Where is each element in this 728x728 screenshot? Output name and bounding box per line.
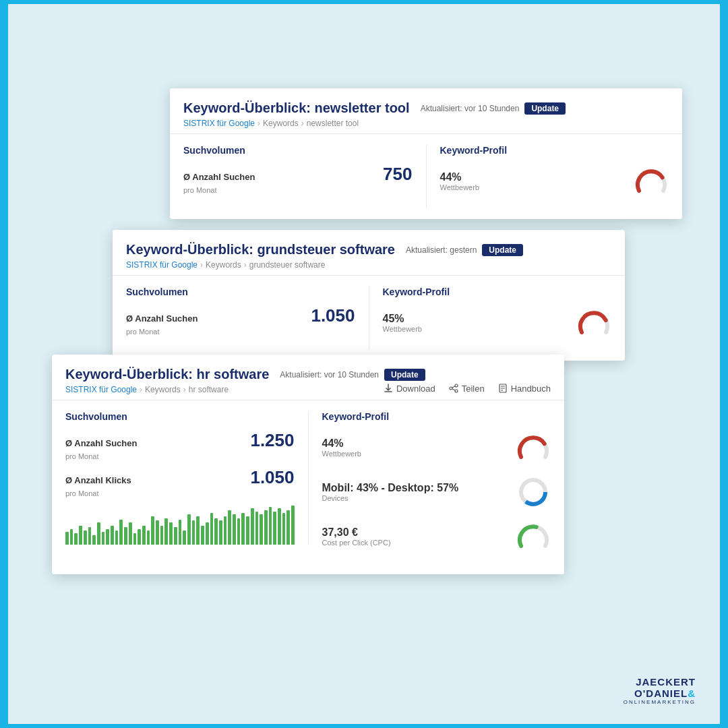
card-3-bc-2[interactable]: Keywords	[145, 385, 181, 394]
card-1-updated-text: Aktualisiert: vor 10 Stunden	[421, 104, 520, 113]
card-3-suchen-sub: pro Monat	[65, 452, 295, 460]
card-3-gauge-green	[516, 519, 551, 554]
card-1-breadcrumb: SISTRIX für Google › Keywords › newslett…	[183, 119, 669, 128]
card-2-bc-3: grundsteuer software	[249, 260, 326, 270]
bar-item	[286, 510, 290, 545]
bar-item	[111, 526, 114, 545]
card-1-title: Keyword-Überblick: newsletter tool	[183, 100, 410, 116]
card-2-wettbewerb-pct: 45%	[383, 313, 577, 325]
card-2-keyword-profil: Keyword-Profil 45% Wettbewerb	[369, 286, 612, 350]
download-button[interactable]: Download	[384, 384, 435, 394]
card-2-kp-title: Keyword-Profil	[383, 286, 612, 297]
card-3-breadcrumb: SISTRIX für Google › Keywords › hr softw…	[65, 385, 229, 394]
card-3-breadcrumb-row: SISTRIX für Google › Keywords › hr softw…	[65, 382, 551, 394]
bar-item	[210, 513, 214, 545]
card-3-header: Keyword-Überblick: hr software Aktualisi…	[52, 355, 564, 400]
card-2-body: Suchvolumen Ø Anzahl Suchen 1.050 pro Mo…	[113, 276, 625, 361]
card-3-anzahl-suchen-label: Ø Anzahl Suchen	[65, 438, 137, 448]
card-2-header: Keyword-Überblick: grundsteuer software …	[113, 230, 625, 276]
logo: JAECKERT O'DANIEL& ONLINEMARKETING	[624, 677, 696, 705]
card-1-update-button[interactable]: Update	[524, 102, 566, 115]
teilen-button[interactable]: Teilen	[449, 384, 485, 394]
teilen-label: Teilen	[462, 384, 485, 394]
card-3-devices-value: Mobil: 43% - Desktop: 57%	[322, 482, 516, 494]
card-1-anzahl-suchen-label: Ø Anzahl Suchen	[183, 172, 255, 182]
card-2-anzahl-suchen-value: 1.050	[311, 305, 355, 326]
bar-item	[74, 533, 78, 545]
bar-item	[183, 530, 186, 545]
card-3-anzahl-suchen-value: 1.250	[250, 430, 294, 451]
main-container: Keyword-Überblick: newsletter tool Aktua…	[4, 0, 724, 728]
card-3-suchvolumen-title: Suchvolumen	[65, 411, 295, 422]
card-hr-software: Keyword-Überblick: hr software Aktualisi…	[52, 355, 564, 574]
card-3-anzahl-klicks-value: 1.050	[250, 467, 294, 488]
bar-item	[70, 529, 73, 545]
card-1-suchvolumen: Suchvolumen Ø Anzahl Suchen 750 pro Mona…	[183, 145, 427, 208]
svg-point-2	[455, 390, 458, 392]
card-3-bc-1[interactable]: SISTRIX für Google	[65, 385, 137, 394]
card-3-cpc-value: 37,30 €	[322, 526, 516, 539]
card-newsletter-tool: Keyword-Überblick: newsletter tool Aktua…	[170, 88, 682, 219]
card-3-cpc-label: Cost per Click (CPC)	[322, 539, 516, 547]
bar-chart	[65, 504, 295, 545]
bar-item	[278, 508, 281, 545]
bar-item	[156, 520, 159, 545]
card-3-devices-row: Mobil: 43% - Desktop: 57% Devices	[322, 475, 551, 510]
card-1-bc-2[interactable]: Keywords	[263, 119, 299, 128]
svg-line-3	[452, 386, 455, 388]
card-3-toolbar: Download Teilen	[384, 384, 551, 394]
card-1-update-badge: Aktualisiert: vor 10 Stunden Update	[421, 102, 566, 115]
bar-item	[282, 513, 286, 545]
card-3-update-button[interactable]: Update	[384, 369, 425, 381]
card-2-update-button[interactable]: Update	[482, 244, 523, 256]
handbuch-button[interactable]: Handbuch	[498, 384, 551, 394]
card-1-bc-3: newsletter tool	[307, 119, 359, 128]
card-2-update-badge: Aktualisiert: gestern Update	[406, 244, 523, 256]
handbuch-icon	[498, 384, 508, 393]
bar-item	[142, 526, 146, 545]
bar-item	[92, 535, 96, 545]
card-3-devices-label: Devices	[322, 494, 516, 502]
card-3-klicks-sub: pro Monat	[65, 489, 295, 497]
bar-item	[119, 520, 123, 545]
card-2-anzahl-suchen-label: Ø Anzahl Suchen	[126, 313, 198, 324]
bar-item	[291, 506, 295, 545]
bar-item	[106, 529, 109, 545]
bar-item	[228, 510, 231, 545]
svg-line-4	[452, 389, 455, 390]
bar-item	[147, 530, 150, 545]
bar-item	[88, 527, 92, 545]
card-2-gauge-red	[576, 305, 611, 340]
card-2-bc-1[interactable]: SISTRIX für Google	[126, 260, 198, 270]
card-3-update-badge: Aktualisiert: vor 10 Stunden Update	[280, 369, 425, 381]
card-3-wettbewerb-label: Wettbewerb	[322, 450, 516, 458]
bar-item	[102, 532, 105, 545]
download-icon	[384, 384, 393, 393]
card-1-wettbewerb-label: Wettbewerb	[440, 183, 634, 191]
card-grundsteuer: Keyword-Überblick: grundsteuer software …	[113, 230, 625, 361]
bar-item	[138, 529, 141, 545]
card-1-bc-1[interactable]: SISTRIX für Google	[183, 119, 255, 128]
bar-item	[164, 518, 168, 545]
card-1-anzahl-suchen-value: 750	[383, 164, 412, 185]
bar-item	[273, 512, 276, 545]
svg-point-0	[455, 384, 458, 387]
bar-item	[192, 520, 195, 545]
card-1-header: Keyword-Überblick: newsletter tool Aktua…	[170, 88, 682, 134]
card-3-updated-text: Aktualisiert: vor 10 Stunden	[280, 370, 379, 380]
bar-item	[169, 522, 173, 545]
card-3-body: Suchvolumen Ø Anzahl Suchen 1.250 pro Mo…	[52, 400, 564, 574]
card-2-suchvolumen: Suchvolumen Ø Anzahl Suchen 1.050 pro Mo…	[126, 286, 369, 350]
bar-item	[251, 508, 254, 545]
card-2-bc-2[interactable]: Keywords	[206, 260, 241, 270]
bar-item	[264, 510, 268, 545]
card-1-pro-monat: pro Monat	[183, 186, 413, 194]
bar-item	[196, 516, 200, 545]
bar-item	[133, 533, 137, 545]
bar-item	[79, 526, 82, 545]
bar-item	[84, 530, 87, 545]
bar-item	[214, 518, 218, 545]
card-2-suchvolumen-title: Suchvolumen	[126, 286, 355, 297]
bar-item	[129, 522, 132, 545]
bar-item	[255, 512, 259, 545]
